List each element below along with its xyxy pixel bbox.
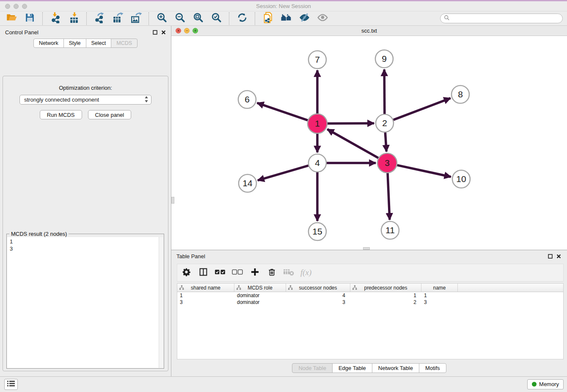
open-folder-icon: [6, 12, 17, 25]
graph-edge-3-10[interactable]: [397, 165, 451, 177]
search-input[interactable]: [452, 16, 559, 22]
tab-network[interactable]: Network: [33, 39, 64, 48]
result-scrollbar[interactable]: [159, 237, 163, 368]
import-network-button[interactable]: [48, 12, 63, 25]
show-graphics-details-button[interactable]: [315, 12, 330, 25]
close-panel-icon[interactable]: [556, 254, 561, 259]
run-mcds-button[interactable]: Run MCDS: [40, 110, 82, 119]
tab-style[interactable]: Style: [63, 39, 86, 48]
status-bar: Memory: [0, 376, 567, 392]
close-panel-button[interactable]: Close panel: [88, 110, 132, 119]
graph-node-7[interactable]: 7: [308, 51, 326, 69]
graph-edge-3-1[interactable]: [328, 129, 379, 158]
tab-motifs[interactable]: Motifs: [419, 363, 446, 373]
unselect-all-columns-button[interactable]: [232, 266, 243, 279]
zoom-selected-button[interactable]: [209, 12, 223, 25]
search-field[interactable]: [440, 14, 563, 23]
float-panel-icon[interactable]: [548, 254, 553, 259]
table-cell[interactable]: dominator: [234, 292, 286, 299]
zoom-in-button[interactable]: [154, 12, 169, 25]
network-window-titlebar[interactable]: × − + scc.txt: [171, 26, 567, 36]
table-row[interactable]: 3dominator323: [177, 299, 563, 306]
control-panel-tabs: NetworkStyleSelectMCDS: [0, 39, 171, 48]
graph-node-2[interactable]: 2: [376, 114, 394, 132]
table-cell[interactable]: 3: [421, 299, 458, 306]
graph-edge-2-8[interactable]: [394, 98, 451, 120]
column-header-shared-name[interactable]: shared name: [177, 284, 234, 292]
table-cell[interactable]: dominator: [234, 299, 286, 306]
network-minimize-button[interactable]: −: [184, 28, 190, 33]
table-cell[interactable]: 2: [350, 299, 421, 306]
column-header-name[interactable]: name: [421, 284, 458, 292]
splitter-handle[interactable]: [363, 247, 370, 250]
column-header-MCDS-role[interactable]: MCDS role: [234, 284, 286, 292]
mcds-result-list[interactable]: 13: [7, 237, 163, 368]
first-neighbors-button[interactable]: [279, 12, 293, 25]
graph-node-4[interactable]: 4: [308, 154, 326, 172]
network-maximize-button[interactable]: +: [193, 28, 198, 33]
main-toolbar: [0, 11, 567, 26]
network-graph[interactable]: 1234678910111415: [171, 36, 566, 248]
table-cell[interactable]: 1: [421, 292, 458, 299]
network-canvas[interactable]: 1234678910111415: [171, 36, 567, 250]
table-cell[interactable]: 1: [177, 292, 234, 299]
save-session-button[interactable]: [22, 12, 37, 25]
tab-select[interactable]: Select: [86, 39, 112, 48]
optimization-select[interactable]: strongly connected component: [19, 95, 151, 105]
add-column-button[interactable]: [249, 266, 260, 279]
network-close-button[interactable]: ×: [176, 28, 181, 33]
graph-node-14[interactable]: 14: [239, 174, 256, 192]
column-header-successor-nodes[interactable]: successor nodes: [286, 284, 350, 292]
column-header-predecessor-nodes[interactable]: predecessor nodes: [350, 284, 421, 292]
task-history-button[interactable]: [4, 379, 18, 390]
graph-edge-1-2[interactable]: [328, 123, 374, 124]
graph-edge-4-14[interactable]: [258, 166, 308, 180]
import-table-button[interactable]: [66, 12, 81, 25]
table-cell[interactable]: 3: [286, 299, 350, 306]
function-builder-button[interactable]: f(x): [300, 266, 311, 279]
graph-node-11[interactable]: 11: [381, 221, 399, 239]
delete-column-button[interactable]: [266, 266, 277, 279]
table-cell[interactable]: 1: [350, 292, 421, 299]
show-columns-button[interactable]: [198, 266, 209, 279]
close-panel-icon[interactable]: [161, 30, 166, 35]
memory-button[interactable]: Memory: [527, 379, 564, 389]
tab-network-table[interactable]: Network Table: [372, 363, 419, 373]
float-panel-icon[interactable]: [153, 30, 157, 35]
graph-node-6[interactable]: 6: [238, 91, 256, 108]
graph-edge-3-11[interactable]: [388, 173, 390, 220]
graph-edge-1-6[interactable]: [257, 103, 308, 120]
table-cell[interactable]: 4: [286, 292, 350, 299]
graph-node-1[interactable]: 1: [308, 114, 327, 133]
svg-text:8: 8: [458, 89, 463, 99]
hide-graphics-details-button[interactable]: [297, 12, 311, 25]
splitter-handle[interactable]: [171, 197, 174, 204]
titlebar[interactable]: Session: New Session: [0, 1, 567, 11]
column-settings-button[interactable]: [181, 266, 192, 279]
node-table[interactable]: shared nameMCDS rolesuccessor nodesprede…: [177, 283, 564, 359]
tab-node-table[interactable]: Node Table: [292, 363, 333, 373]
table-row[interactable]: 1dominator411: [177, 292, 563, 299]
open-session-button[interactable]: [4, 12, 19, 25]
zoom-out-button[interactable]: [173, 12, 187, 25]
graph-edge-2-3[interactable]: [385, 133, 386, 152]
apply-layout-button[interactable]: [235, 12, 249, 25]
export-network-button[interactable]: [92, 12, 107, 25]
graph-node-9[interactable]: 9: [375, 50, 393, 68]
zoom-selected-icon: [211, 12, 222, 25]
graph-node-3[interactable]: 3: [377, 153, 397, 173]
table-cell[interactable]: 3: [177, 299, 234, 306]
graph-node-10[interactable]: 10: [452, 170, 470, 188]
export-table-button[interactable]: [110, 12, 125, 25]
graph-node-15[interactable]: 15: [308, 223, 326, 240]
tab-edge-table[interactable]: Edge Table: [332, 363, 372, 373]
delete-table-button[interactable]: [283, 266, 295, 279]
export-image-button[interactable]: [129, 12, 143, 25]
graph-edge-2-9[interactable]: [384, 69, 385, 114]
tab-mcds[interactable]: MCDS: [111, 39, 138, 48]
select-all-columns-button[interactable]: [215, 266, 226, 279]
toolbar-separator: [86, 12, 87, 25]
graph-node-8[interactable]: 8: [451, 86, 469, 103]
zoom-fit-button[interactable]: [191, 12, 205, 25]
new-network-button[interactable]: [261, 12, 275, 25]
